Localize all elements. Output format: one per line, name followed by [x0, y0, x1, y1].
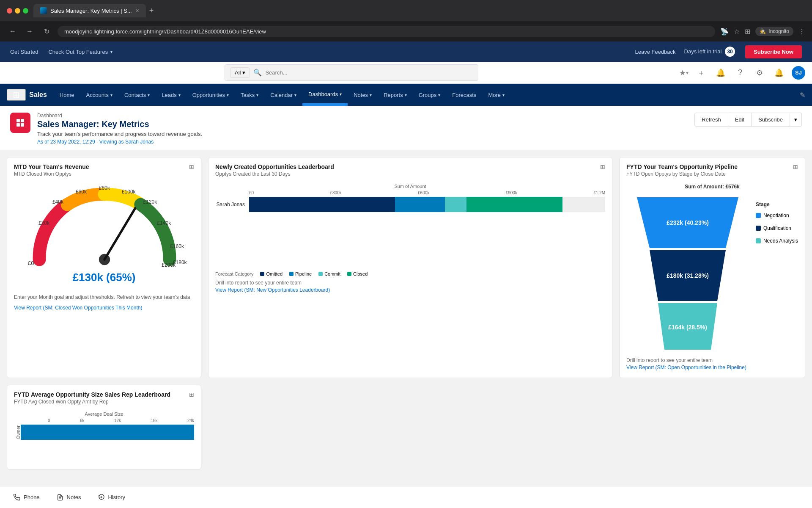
get-started-link[interactable]: Get Started	[10, 49, 38, 55]
subscribe-button[interactable]: Subscribe	[752, 113, 790, 127]
tab-favicon	[40, 7, 47, 14]
legend-omitted: Omitted	[260, 271, 283, 276]
sidebar-item-calendar[interactable]: Calendar ▾	[264, 84, 302, 106]
forward-button[interactable]: →	[24, 25, 36, 37]
avg-x-0: 0	[48, 418, 50, 423]
trial-days-badge: 30	[725, 47, 735, 57]
sidebar-item-forecasts[interactable]: Forecasts	[446, 84, 482, 106]
legend-commit-dot	[318, 272, 323, 276]
svg-rect-3	[21, 123, 24, 127]
legend-closed-label: Closed	[353, 271, 368, 276]
apps-grid-button[interactable]: ⊞	[7, 89, 26, 101]
dashboard-text-area: Dashboard Sales Manager: Key Metrics Tra…	[37, 113, 202, 145]
tab-title: Sales Manager: Key Metrics | S...	[50, 8, 132, 14]
subscribe-now-button[interactable]: Subscribe Now	[745, 45, 802, 58]
new-tab-button[interactable]: +	[149, 6, 154, 15]
notes-icon	[57, 494, 63, 501]
leaderboard-expand-button[interactable]: ⊞	[600, 163, 605, 170]
pipeline-expand-button[interactable]: ⊞	[793, 163, 798, 170]
help-icon[interactable]: ?	[733, 66, 747, 80]
sidebar-item-home[interactable]: Home	[54, 84, 80, 106]
sidebar-item-notes[interactable]: Notes ▾	[348, 84, 378, 106]
needs-analysis-label: Needs Analysis	[763, 238, 798, 244]
needs-analysis-dot	[756, 238, 761, 243]
owner-y-label: Owner	[14, 425, 21, 439]
refresh-browser-button[interactable]: ↻	[41, 25, 52, 37]
svg-line-16	[104, 208, 135, 260]
svg-text:£100k: £100k	[122, 189, 136, 195]
mtd-expand-button[interactable]: ⊞	[189, 163, 194, 170]
history-label: History	[108, 494, 125, 500]
leaderboard-card-title: Newly Created Opportunities Leaderboard	[215, 163, 334, 170]
check-out-features-link[interactable]: Check Out Top Features ▾	[48, 49, 112, 55]
bar-commit	[445, 197, 466, 212]
notifications-bell-icon[interactable]: 🔔	[772, 66, 786, 80]
avg-x-2: 12k	[114, 418, 121, 423]
avg-size-chart-area: Average Deal Size 0 6k 12k 18k 24k Owner	[7, 408, 201, 447]
reports-chevron-icon: ▾	[405, 93, 407, 97]
svg-rect-2	[16, 123, 20, 127]
legend-pipeline: Pipeline	[289, 271, 312, 276]
sidebar-item-tasks[interactable]: Tasks ▾	[235, 84, 264, 106]
x-label-1: £300k	[330, 190, 341, 195]
sidebar-item-dashboards[interactable]: Dashboards ▾	[302, 84, 348, 106]
minimize-dot[interactable]	[15, 8, 20, 14]
add-nav-button[interactable]: ＋	[694, 66, 708, 80]
sidebar-item-more[interactable]: More ▾	[482, 84, 510, 106]
funnel-svg: £232k (40.23%) £180k (31.28%) £164k (28.…	[628, 193, 747, 354]
back-button[interactable]: ←	[7, 25, 19, 37]
avg-size-expand-button[interactable]: ⊞	[189, 391, 194, 398]
sidebar-item-accounts[interactable]: Accounts ▾	[80, 84, 118, 106]
leaderboard-drill-text: Drill into report to see your entire tea…	[215, 280, 605, 286]
settings-icon[interactable]: ⚙	[753, 66, 766, 80]
address-input[interactable]	[58, 26, 715, 37]
avg-size-bar	[21, 425, 194, 440]
leave-feedback-link[interactable]: Leave Feedback	[635, 49, 675, 55]
leads-chevron-icon: ▾	[178, 93, 181, 97]
edit-button[interactable]: Edit	[728, 113, 752, 127]
address-bar-row: ← → ↻ 📡 ☆ ⊞ 🕵 Incognito ⋮	[0, 21, 812, 41]
nav-edit-icon[interactable]: ✎	[800, 91, 805, 99]
fullscreen-dot[interactable]	[23, 8, 28, 14]
svg-text:£180k (31.28%): £180k (31.28%)	[667, 272, 709, 279]
avg-size-bar-row: Owner	[14, 425, 194, 440]
active-tab[interactable]: Sales Manager: Key Metrics | S... ✕	[33, 4, 146, 17]
dashboard-title: Sales Manager: Key Metrics	[37, 119, 202, 129]
refresh-button[interactable]: Refresh	[694, 113, 728, 127]
tab-close-btn[interactable]: ✕	[135, 8, 139, 14]
pipeline-card-title: FYTD Your Team's Opportunity Pipeline	[626, 163, 738, 170]
browser-dots	[7, 8, 28, 14]
leaderboard-view-report-link[interactable]: View Report (SM: New Opportunities Leade…	[215, 287, 330, 293]
search-input[interactable]	[265, 69, 473, 76]
sidebar-item-reports[interactable]: Reports ▾	[378, 84, 413, 106]
nav-icons: ★ ▾ ＋ 🔔 ? ⚙ 🔔 SJ	[679, 66, 805, 80]
pipeline-view-report-link[interactable]: View Report (SM: Open Opportunities in t…	[626, 364, 746, 370]
legend-omitted-label: Omitted	[266, 271, 283, 276]
avg-size-card-subtitle: FYTD Avg Closed Won Oppty Amt by Rep	[14, 399, 170, 405]
svg-text:£80k: £80k	[99, 185, 110, 191]
svg-text:£0: £0	[28, 260, 34, 266]
opportunities-chevron-icon: ▾	[227, 93, 229, 97]
notes-button[interactable]: Notes	[57, 494, 81, 501]
phone-button[interactable]: Phone	[14, 494, 40, 501]
search-scope-dropdown[interactable]: All ▾	[230, 67, 250, 78]
sidebar-item-groups[interactable]: Groups ▾	[413, 84, 447, 106]
leaderboard-axis-label: Sum of Amount	[215, 184, 605, 189]
close-dot[interactable]	[7, 8, 12, 14]
browser-chrome: Sales Manager: Key Metrics | S... ✕ +	[0, 0, 812, 21]
actions-dropdown-button[interactable]: ▾	[790, 113, 802, 127]
sidebar-item-leads[interactable]: Leads ▾	[156, 84, 186, 106]
features-chevron-icon: ▾	[110, 50, 112, 54]
gauge-container: £0 £20k £40k £60k £80k £100k £120k £140k…	[7, 180, 201, 291]
contacts-chevron-icon: ▾	[148, 93, 150, 97]
stage-label: Stage	[756, 202, 798, 207]
funnel-container: Sum of Amount: £576k £232k (40.23%) £180…	[620, 180, 805, 378]
svg-rect-0	[16, 119, 20, 122]
notifications-setup-icon[interactable]: 🔔	[714, 66, 727, 80]
history-button[interactable]: History	[98, 494, 125, 501]
sidebar-item-opportunities[interactable]: Opportunities ▾	[187, 84, 235, 106]
mtd-view-report-link[interactable]: View Report (SM: Closed Won Opportunitie…	[14, 305, 142, 311]
more-chevron-icon: ▾	[502, 93, 505, 97]
sidebar-item-contacts[interactable]: Contacts ▾	[118, 84, 156, 106]
user-avatar[interactable]: SJ	[792, 66, 805, 80]
